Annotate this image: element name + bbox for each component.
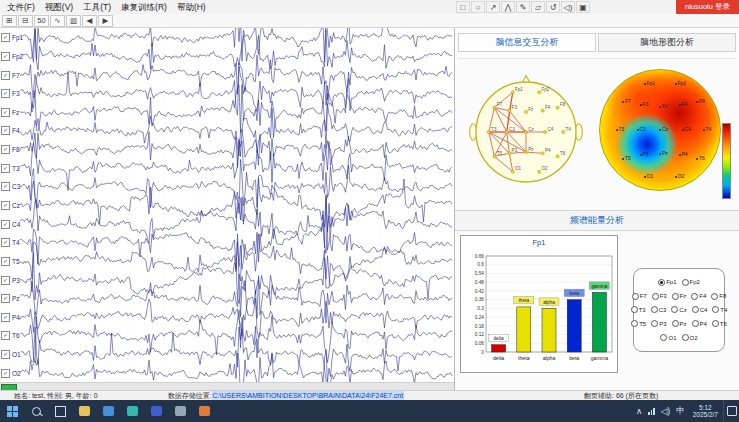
caliper-tool[interactable]: ⋀ [501, 1, 515, 13]
channel-checkbox-fp2[interactable]: ✓ [1, 52, 10, 61]
radio-fz[interactable]: Fz [672, 293, 687, 300]
radio-pz[interactable]: Pz [672, 320, 687, 327]
menu-file[interactable]: 文件(F) [2, 1, 40, 13]
arrow-tool[interactable]: ↗ [486, 1, 500, 13]
marker-tool[interactable]: ▣ [576, 1, 590, 13]
svg-text:O1: O1 [515, 166, 522, 171]
channel-checkbox-f7[interactable]: ✓ [1, 71, 10, 80]
channel-checkbox-f3[interactable]: ✓ [1, 89, 10, 98]
wave-mode-button[interactable]: ∿ [50, 15, 65, 27]
radio-f8[interactable]: F8 [711, 293, 726, 300]
speaker-tool[interactable]: ◁) [561, 1, 575, 13]
circle-tool[interactable]: ○ [471, 1, 485, 13]
radio-f4[interactable]: F4 [691, 293, 706, 300]
next-page-button[interactable]: ▶ [98, 15, 113, 27]
channel-label: C4 [12, 221, 20, 228]
radio-fp1[interactable]: Fp1 [658, 279, 676, 286]
menu-rehab[interactable]: 康复训练(R) [116, 1, 172, 13]
channel-label: T4 [12, 239, 20, 246]
taskbar-app-app-indigo[interactable] [144, 400, 168, 422]
eeg-panel[interactable]: ✓Fp1✓Fp2✓F7✓F3✓Fz✓F4✓F8✓T3✓C3✓Cz✓C4✓T4✓T… [0, 28, 454, 382]
page-layout-button[interactable]: ⊟ [18, 15, 33, 27]
start-button[interactable] [0, 400, 24, 422]
radio-t4[interactable]: T4 [712, 306, 727, 313]
channel-checkbox-fp1[interactable]: ✓ [1, 33, 10, 42]
head-maps: Fp1Fp2F7F3FzF4F8T3C3CzC4T4T5P3PzP4T6O1O2… [458, 58, 736, 211]
radio-t6[interactable]: T6 [712, 320, 727, 327]
channel-checkbox-t6[interactable]: ✓ [1, 331, 10, 340]
grid-button[interactable]: ▥ [66, 15, 81, 27]
login-button[interactable]: niusuolu 登录 [676, 0, 739, 14]
radio-t3[interactable]: T3 [631, 306, 646, 313]
eraser-tool[interactable]: ▱ [531, 1, 545, 13]
channel-checkbox-t3[interactable]: ✓ [1, 164, 10, 173]
spectrum-analysis-header[interactable]: 频谱能量分析 [455, 210, 739, 231]
menu-bar: 文件(F)视图(V)工具(T)康复训练(R)帮助(H) □○↗⋀✎▱↺◁)▣ n… [0, 0, 739, 15]
svg-text:theta: theta [518, 298, 529, 303]
channel-label: Fz [12, 109, 19, 116]
taskbar-app-app-teal[interactable] [120, 400, 144, 422]
radio-f7[interactable]: F7 [632, 293, 647, 300]
prev-page-button[interactable]: ◀ [82, 15, 97, 27]
task-view-button[interactable] [48, 400, 72, 422]
radio-o1[interactable]: O1 [660, 334, 676, 341]
radio-f3[interactable]: F3 [652, 293, 667, 300]
channel-checkbox-c3[interactable]: ✓ [1, 182, 10, 191]
radio-cz[interactable]: Cz [671, 306, 686, 313]
tab-brain-interaction-analysis[interactable]: 脑信息交互分析 [458, 33, 596, 52]
channel-checkbox-f8[interactable]: ✓ [1, 145, 10, 154]
notification-button[interactable] [723, 400, 739, 422]
eeg-scrollbar[interactable] [0, 382, 454, 390]
menu-help[interactable]: 帮助(H) [172, 1, 211, 13]
channel-checkbox-c4[interactable]: ✓ [1, 220, 10, 229]
taskbar-app-app-orange[interactable] [192, 400, 216, 422]
channel-checkbox-pz[interactable]: ✓ [1, 294, 10, 303]
radio-o2[interactable]: O2 [682, 334, 698, 341]
montage-button[interactable]: ⊞ [2, 15, 17, 27]
radio-p4[interactable]: P4 [692, 320, 707, 327]
undo-tool[interactable]: ↺ [546, 1, 560, 13]
channel-checkbox-o2[interactable]: ✓ [1, 369, 10, 378]
channel-row-f8: ✓F8 [1, 145, 20, 154]
radio-t5[interactable]: T5 [631, 320, 646, 327]
sensitivity-button[interactable]: 50 [34, 15, 49, 27]
taskbar-app-file-explorer[interactable] [72, 400, 96, 422]
channel-checkbox-o1[interactable]: ✓ [1, 350, 10, 359]
menu-view[interactable]: 视图(V) [40, 1, 78, 13]
tab-brain-topography-analysis[interactable]: 脑地形图分析 [598, 33, 736, 52]
channel-checkbox-t5[interactable]: ✓ [1, 257, 10, 266]
taskbar-app-app-gray[interactable] [168, 400, 192, 422]
topo-electrode-label: F8 [699, 99, 705, 104]
svg-text:F4: F4 [545, 105, 551, 110]
radio-c3[interactable]: C3 [651, 306, 667, 313]
app-teal-icon [127, 406, 138, 416]
radio-fp2[interactable]: Fp2 [682, 279, 700, 286]
taskbar-clock[interactable]: 5:12 2025/2/7 [688, 404, 723, 419]
channel-checkbox-p3[interactable]: ✓ [1, 276, 10, 285]
pencil-tool[interactable]: ✎ [516, 1, 530, 13]
channel-checkbox-f4[interactable]: ✓ [1, 126, 10, 135]
search-button[interactable] [24, 400, 48, 422]
channel-checkbox-cz[interactable]: ✓ [1, 201, 10, 210]
tray-expand-icon[interactable]: ∧ [633, 406, 645, 416]
menu-tools[interactable]: 工具(T) [78, 1, 116, 13]
topographic-map: Fp1Fp2F7F3FzF4F8T3C3CzC4T4T5P3PzP4T6O1O2 [599, 69, 721, 191]
rect-tool[interactable]: □ [456, 1, 470, 13]
spectrum-chart: Fp1 00.060.120.180.240.30.360.420.480.54… [460, 235, 618, 373]
topo-electrode-label: F4 [682, 102, 688, 107]
speaker-icon[interactable]: ◁) [658, 406, 673, 416]
network-icon[interactable] [645, 408, 658, 415]
radio-c4[interactable]: C4 [692, 306, 708, 313]
channel-label: F8 [12, 146, 20, 153]
channel-label: P4 [12, 314, 20, 321]
channel-checkbox-fz[interactable]: ✓ [1, 108, 10, 117]
ime-indicator[interactable]: 中 [673, 405, 688, 417]
browser-icon [103, 406, 114, 416]
channel-checkbox-p4[interactable]: ✓ [1, 313, 10, 322]
task-view-icon [55, 406, 66, 417]
channel-checkbox-t4[interactable]: ✓ [1, 238, 10, 247]
topo-electrode-p4 [679, 154, 681, 156]
app-window: 文件(F)视图(V)工具(T)康复训练(R)帮助(H) □○↗⋀✎▱↺◁)▣ n… [0, 0, 739, 422]
taskbar-app-browser[interactable] [96, 400, 120, 422]
radio-p3[interactable]: P3 [651, 320, 666, 327]
